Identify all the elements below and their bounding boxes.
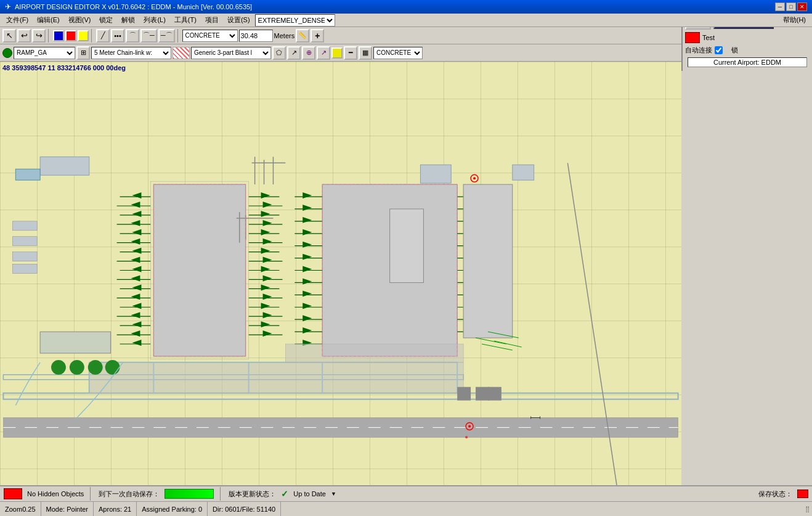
- zoom-label: Zoom: [5, 506, 22, 513]
- yellow-color-button[interactable]: [78, 30, 89, 41]
- bottom-sep1: [90, 487, 92, 501]
- current-airport-display: Current Airport: EDDM: [688, 57, 807, 67]
- svg-marker-100: [302, 315, 312, 321]
- maximize-button[interactable]: □: [786, 2, 796, 11]
- svg-marker-62: [263, 202, 272, 208]
- menu-project[interactable]: 项目: [201, 14, 222, 26]
- autoconnect-label: 自动连接: [685, 46, 712, 55]
- svg-line-171: [494, 341, 522, 347]
- draw-curve-button[interactable]: ⌒: [126, 29, 139, 43]
- bottom-bar: No Hidden Objects 到下一次自动保存： 版本更新状态： ✓ Up…: [0, 485, 812, 501]
- add-button[interactable]: +: [311, 29, 324, 43]
- svg-marker-43: [131, 330, 140, 337]
- svg-marker-38: [132, 284, 141, 290]
- separator1: [48, 29, 51, 43]
- draw-arc-button[interactable]: ⌒─: [140, 29, 157, 43]
- material-select[interactable]: CONCRETE ASPHALT: [373, 47, 423, 59]
- mode-segment: Mode: Pointer: [41, 502, 94, 516]
- minimize-button[interactable]: ─: [775, 2, 785, 11]
- svg-line-168: [476, 338, 506, 344]
- svg-marker-96: [302, 266, 312, 272]
- svg-marker-99: [302, 303, 312, 309]
- red-color-button[interactable]: [65, 30, 76, 41]
- menu-tools[interactable]: 工具(T): [171, 14, 200, 26]
- svg-marker-36: [132, 266, 141, 272]
- save-status-indicator: [797, 489, 808, 498]
- svg-point-140: [105, 360, 120, 375]
- surface-dropdown[interactable]: CONCRETE ASPHALT GRASS: [182, 30, 238, 42]
- menubar: 文件(F) 编辑(E) 视图(V) 锁定 解锁 列表(L) 工具(T) 项目 设…: [0, 14, 812, 27]
- svg-marker-94: [302, 242, 312, 248]
- ramp-select[interactable]: RAMP_GA RAMP_CARGO RAMP_MIL: [14, 47, 75, 59]
- svg-point-156: [468, 425, 471, 427]
- svg-marker-71: [261, 284, 270, 290]
- titlebar-controls[interactable]: ─ □ ✕: [775, 2, 807, 11]
- ruler-button[interactable]: 📏: [296, 29, 309, 43]
- menu-settings[interactable]: 设置(S): [224, 14, 254, 26]
- version-dropdown-icon[interactable]: ▼: [331, 491, 336, 497]
- menu-edit[interactable]: 编辑(E): [33, 14, 63, 26]
- draw-dot-button[interactable]: •••: [111, 29, 124, 43]
- svg-marker-65: [261, 229, 270, 235]
- undo-button[interactable]: ↩: [17, 29, 31, 43]
- menu-help[interactable]: 帮助(H): [779, 14, 810, 26]
- menu-view[interactable]: 视图(V): [65, 14, 95, 26]
- toolbar2: RAMP_GA RAMP_CARGO RAMP_MIL ⊞ 5 Meter Ch…: [0, 44, 681, 62]
- grid-button[interactable]: ⊞: [76, 46, 90, 60]
- svg-point-137: [51, 360, 66, 375]
- line-tool-button[interactable]: ━: [344, 46, 357, 60]
- svg-marker-70: [263, 275, 272, 281]
- test-color-swatch: [685, 32, 700, 43]
- svg-marker-68: [263, 257, 272, 263]
- menu-file[interactable]: 文件(F): [2, 14, 32, 26]
- svg-rect-8: [40, 157, 89, 175]
- svg-marker-61: [261, 192, 270, 199]
- svg-marker-28: [132, 192, 141, 199]
- polygon-button[interactable]: ⬠: [272, 46, 286, 60]
- test-label: Test: [702, 34, 715, 41]
- svg-rect-10: [513, 165, 534, 180]
- curve-tool-button[interactable]: ↗: [317, 46, 330, 60]
- svg-marker-74: [263, 312, 272, 318]
- svg-rect-158: [457, 387, 471, 401]
- pointer-tool-button[interactable]: ↖: [2, 29, 16, 43]
- svg-marker-44: [132, 340, 141, 346]
- value-input[interactable]: [239, 30, 273, 42]
- svg-rect-151: [12, 252, 37, 261]
- arrow-tool-button[interactable]: ↗: [287, 46, 301, 60]
- aprons-segment: Aprons: 21: [94, 502, 137, 516]
- draw-arc2-button[interactable]: ─⌒: [158, 29, 175, 43]
- fence-select[interactable]: 5 Meter Chain-link w: 3 Meter Chain-link…: [91, 47, 171, 59]
- blue-color-button[interactable]: [53, 30, 64, 41]
- yellow-swatch-button[interactable]: [331, 47, 343, 59]
- svg-marker-29: [131, 202, 140, 208]
- redo-button[interactable]: ↪: [32, 29, 46, 43]
- zoom-segment: Zoom 0.25: [0, 502, 41, 516]
- draw-line-button[interactable]: ╱: [96, 29, 110, 43]
- menu-unlock[interactable]: 解锁: [118, 14, 139, 26]
- svg-rect-160: [488, 387, 501, 401]
- circle-tool-button[interactable]: ⊕: [302, 46, 315, 60]
- close-button[interactable]: ✕: [797, 2, 807, 11]
- svg-marker-95: [302, 254, 312, 260]
- svg-marker-101: [302, 327, 312, 334]
- resize-grip[interactable]: ⣿: [802, 504, 812, 514]
- hidden-objects-label: No Hidden Objects: [27, 490, 84, 498]
- svg-line-169: [482, 344, 513, 350]
- hidden-objects-indicator: [4, 488, 22, 499]
- blast-select[interactable]: Generic 3-part Blast l None: [191, 47, 271, 59]
- svg-marker-41: [131, 312, 140, 318]
- menu-list[interactable]: 列表(L): [140, 14, 169, 26]
- autoconnect-checkbox[interactable]: [715, 46, 723, 54]
- svg-rect-149: [12, 221, 37, 231]
- svg-marker-31: [131, 220, 140, 226]
- menu-lock[interactable]: 锁定: [95, 14, 116, 26]
- separator2: [91, 29, 94, 43]
- parking-segment: Assigned Parking: 0: [137, 502, 208, 516]
- surface-icon[interactable]: ▦: [359, 46, 372, 60]
- dir-label: Dir: 0601/File: 51140: [213, 506, 275, 513]
- map-area[interactable]: 48 359398547 11 833214766 000 00deg: [0, 62, 681, 485]
- svg-rect-135: [285, 344, 463, 362]
- density-select[interactable]: EXTREMELY_DENSE DENSE NORMAL SPARSE: [255, 14, 335, 27]
- green-indicator: [2, 48, 12, 58]
